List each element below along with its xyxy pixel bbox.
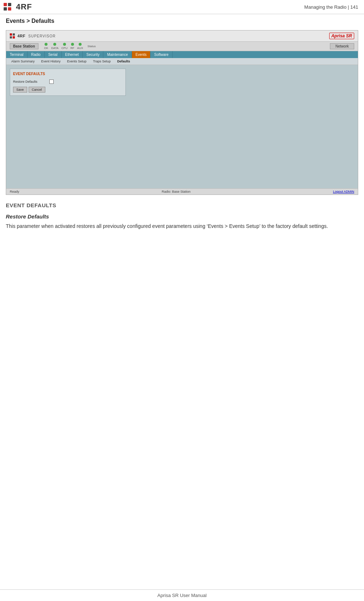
restore-defaults-row: Restore Defaults: [13, 79, 123, 84]
logo-icon: [4, 3, 12, 11]
sv-panel-title: EVENT DEFAULTS: [13, 72, 123, 76]
sv-logo-sub: SUPERVISOR: [27, 34, 55, 38]
rf-dot: [71, 43, 74, 46]
sv-subnav: Alarm Summary Event History Events Setup…: [6, 58, 358, 65]
aux-dot: [79, 43, 82, 46]
sv-status-cpu: CPU: [61, 43, 67, 50]
sv-network-btn[interactable]: Network: [330, 43, 354, 49]
sv-logo-area: 4RF SUPERVISOR: [10, 33, 55, 38]
sv-logo-text: 4RF: [17, 34, 25, 38]
aprisa-badge: Aprisa SR: [329, 33, 354, 39]
restore-defaults-label: Restore Defaults: [13, 80, 46, 83]
nav-maintenance[interactable]: Maintenance: [103, 51, 132, 58]
logo-area: 4RF: [4, 2, 32, 12]
nav-terminal[interactable]: Terminal: [6, 51, 28, 58]
subnav-alarm-summary[interactable]: Alarm Summary: [8, 59, 38, 64]
subnav-events-setup[interactable]: Events Setup: [64, 59, 90, 64]
sv-header: 4RF SUPERVISOR Aprisa SR: [6, 30, 358, 42]
doc-section-event-defaults: EVENT DEFAULTS Restore Defaults This par…: [0, 202, 364, 230]
logo-text: 4RF: [16, 2, 32, 12]
sv-status-bar: Base Station OK DATA CPU RF AUX St: [6, 42, 358, 51]
restore-defaults-checkbox[interactable]: [49, 79, 54, 84]
nav-security[interactable]: Security: [83, 51, 103, 58]
subnav-defaults[interactable]: Defaults: [114, 59, 133, 64]
sv-status-rf: RF: [70, 43, 74, 50]
sv-station-label: Base Station: [10, 43, 38, 49]
sv-footer-logout[interactable]: Logout ADMIN: [333, 190, 354, 193]
sv-footer: Ready Radio: Base Station Logout ADMIN: [6, 188, 358, 195]
sv-content: EVENT DEFAULTS Restore Defaults Save Can…: [6, 65, 358, 188]
cpu-dot: [63, 43, 66, 46]
screenshot-container: 4RF SUPERVISOR Aprisa SR Base Station OK…: [6, 30, 358, 195]
subsection-heading: Restore Defaults: [6, 213, 358, 220]
sv-footer-radio: Radio: Base Station: [162, 190, 191, 193]
sv-footer-ready: Ready: [10, 190, 19, 193]
subnav-traps-setup[interactable]: Traps Setup: [90, 59, 114, 64]
sv-panel: EVENT DEFAULTS Restore Defaults Save Can…: [10, 69, 126, 96]
page-footer: Aprisa SR User Manual: [0, 589, 364, 601]
page-ref: Managing the Radio | 141: [304, 4, 358, 10]
ok-dot: [45, 43, 47, 46]
sv-status-aux: AUX: [77, 43, 83, 50]
footer-label: Aprisa SR User Manual: [157, 593, 207, 598]
sv-status-group: OK DATA CPU RF AUX Status: [44, 43, 96, 50]
section-heading: EVENT DEFAULTS: [6, 202, 358, 208]
data-dot: [53, 43, 56, 46]
subnav-event-history[interactable]: Event History: [38, 59, 64, 64]
nav-ethernet[interactable]: Ethernet: [62, 51, 83, 58]
cancel-button[interactable]: Cancel: [29, 87, 45, 93]
nav-events[interactable]: Events: [132, 51, 151, 58]
sv-status-data: DATA: [51, 43, 58, 50]
save-button[interactable]: Save: [13, 87, 27, 93]
nav-radio[interactable]: Radio: [28, 51, 45, 58]
sv-logo-icon: [10, 33, 15, 38]
status-label: Status: [87, 45, 96, 48]
sv-buttons: Save Cancel: [13, 87, 123, 93]
sv-nav: Terminal Radio Serial Ethernet Security …: [6, 51, 358, 58]
page-header: 4RF Managing the Radio | 141: [0, 0, 364, 14]
sv-status-ok: OK: [44, 43, 49, 50]
nav-serial[interactable]: Serial: [45, 51, 62, 58]
breadcrumb: Events > Defaults: [0, 14, 364, 26]
doc-paragraph: This parameter when activated restores a…: [6, 222, 358, 230]
nav-software[interactable]: Software: [150, 51, 172, 58]
